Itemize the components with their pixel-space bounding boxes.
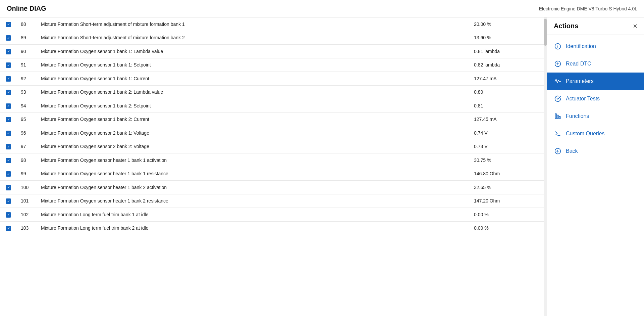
action-item-actuator-tests[interactable]: Actuator Tests: [547, 90, 644, 107]
row-id: 89: [17, 31, 37, 45]
row-checkbox-cell[interactable]: [0, 72, 17, 86]
checkbox-icon[interactable]: [6, 226, 11, 231]
row-checkbox-cell[interactable]: [0, 181, 17, 194]
row-checkbox-cell[interactable]: [0, 208, 17, 222]
actions-panel: Actions × Identification Read DTC Parame…: [547, 17, 644, 316]
checkbox-icon[interactable]: [6, 117, 11, 122]
checkbox-icon[interactable]: [6, 144, 11, 149]
info-icon: [554, 42, 562, 50]
svg-rect-4: [555, 114, 556, 119]
row-checkbox-cell[interactable]: [0, 153, 17, 167]
action-item-custom-queries[interactable]: Custom Queries: [547, 125, 644, 142]
row-checkbox-cell[interactable]: [0, 112, 17, 126]
checkbox-icon[interactable]: [6, 90, 11, 95]
row-label: Mixture Formation Oxygen sensor 1 bank 2…: [37, 99, 470, 113]
header-subtitle: Electronic Engine DME V8 Turbo S Hybrid …: [539, 6, 637, 11]
action-item-functions[interactable]: Functions: [547, 107, 644, 125]
row-value: 0.00 %: [470, 208, 544, 222]
scrollbar-track[interactable]: [544, 17, 547, 316]
row-id: 95: [17, 112, 37, 126]
row-id: 103: [17, 221, 37, 235]
row-value: 0.73 V: [470, 140, 544, 153]
row-value: 146.80 Ohm: [470, 167, 544, 181]
checkbox-icon[interactable]: [6, 103, 11, 109]
row-id: 92: [17, 72, 37, 86]
checkbox-icon[interactable]: [6, 198, 11, 204]
row-label: Mixture Formation Oxygen sensor 2 bank 2…: [37, 140, 470, 153]
checkbox-icon[interactable]: [6, 158, 11, 163]
row-label: Mixture Formation Oxygen sensor heater 1…: [37, 167, 470, 181]
checkbox-icon[interactable]: [6, 185, 11, 190]
row-checkbox-cell[interactable]: [0, 99, 17, 113]
row-value: 32.65 %: [470, 181, 544, 194]
action-label: Read DTC: [566, 61, 591, 67]
table-row: 102 Mixture Formation Long term fuel tri…: [0, 208, 544, 222]
row-checkbox-cell[interactable]: [0, 85, 17, 99]
row-label: Mixture Formation Long term fuel trim ba…: [37, 208, 470, 222]
row-value: 0.81: [470, 99, 544, 113]
checkbox-icon[interactable]: [6, 212, 11, 218]
checkbox-icon[interactable]: [6, 35, 11, 41]
row-id: 101: [17, 194, 37, 208]
row-value: 147.20 Ohm: [470, 194, 544, 208]
check-circle-icon: [554, 95, 562, 103]
action-item-parameters[interactable]: Parameters: [547, 73, 644, 90]
table-row: 99 Mixture Formation Oxygen sensor heate…: [0, 167, 544, 181]
row-label: Mixture Formation Oxygen sensor 1 bank 1…: [37, 72, 470, 86]
row-checkbox-cell[interactable]: [0, 167, 17, 181]
row-checkbox-cell[interactable]: [0, 58, 17, 72]
row-id: 97: [17, 140, 37, 153]
table-row: 101 Mixture Formation Oxygen sensor heat…: [0, 194, 544, 208]
action-label: Actuator Tests: [566, 96, 600, 102]
action-item-identification[interactable]: Identification: [547, 38, 644, 55]
row-checkbox-cell[interactable]: [0, 126, 17, 140]
action-label: Functions: [566, 113, 589, 119]
checkbox-icon[interactable]: [6, 22, 11, 27]
row-checkbox-cell[interactable]: [0, 45, 17, 58]
arrow-left-icon: [554, 147, 562, 155]
action-label: Identification: [566, 43, 596, 49]
svg-rect-6: [559, 117, 560, 119]
close-button[interactable]: ×: [633, 22, 637, 30]
main-layout: 88 Mixture Formation Short-term adjustme…: [0, 17, 644, 316]
row-label: Mixture Formation Oxygen sensor 1 bank 1…: [37, 58, 470, 72]
table-row: 95 Mixture Formation Oxygen sensor 1 ban…: [0, 112, 544, 126]
row-value: 0.74 V: [470, 126, 544, 140]
row-id: 99: [17, 167, 37, 181]
row-value: 20.00 %: [470, 17, 544, 31]
row-id: 96: [17, 126, 37, 140]
row-value: 30.75 %: [470, 153, 544, 167]
row-label: Mixture Formation Oxygen sensor heater 1…: [37, 153, 470, 167]
row-checkbox-cell[interactable]: [0, 140, 17, 153]
checkbox-icon[interactable]: [6, 171, 11, 177]
checkbox-icon[interactable]: [6, 131, 11, 136]
table-row: 89 Mixture Formation Short-term adjustme…: [0, 31, 544, 45]
dtc-icon: [554, 60, 562, 68]
content-area[interactable]: 88 Mixture Formation Short-term adjustme…: [0, 17, 544, 316]
checkbox-icon[interactable]: [6, 49, 11, 54]
table-row: 98 Mixture Formation Oxygen sensor heate…: [0, 153, 544, 167]
row-label: Mixture Formation Oxygen sensor heater 1…: [37, 181, 470, 194]
scrollbar-thumb[interactable]: [544, 19, 547, 46]
checkbox-icon[interactable]: [6, 62, 11, 68]
action-label: Custom Queries: [566, 131, 605, 137]
action-item-back[interactable]: Back: [547, 142, 644, 160]
table-row: 103 Mixture Formation Long term fuel tri…: [0, 221, 544, 235]
row-value: 127.47 mA: [470, 72, 544, 86]
table-row: 88 Mixture Formation Short-term adjustme…: [0, 17, 544, 31]
row-label: Mixture Formation Oxygen sensor 2 bank 1…: [37, 126, 470, 140]
table-row: 91 Mixture Formation Oxygen sensor 1 ban…: [0, 58, 544, 72]
parameters-table: 88 Mixture Formation Short-term adjustme…: [0, 17, 544, 235]
row-checkbox-cell[interactable]: [0, 221, 17, 235]
table-row: 90 Mixture Formation Oxygen sensor 1 ban…: [0, 45, 544, 58]
table-row: 100 Mixture Formation Oxygen sensor heat…: [0, 181, 544, 194]
row-checkbox-cell[interactable]: [0, 17, 17, 31]
table-row: 92 Mixture Formation Oxygen sensor 1 ban…: [0, 72, 544, 86]
row-checkbox-cell[interactable]: [0, 31, 17, 45]
row-value: 0.81 lambda: [470, 45, 544, 58]
row-checkbox-cell[interactable]: [0, 194, 17, 208]
checkbox-icon[interactable]: [6, 76, 11, 82]
bar-chart-icon: [554, 112, 562, 120]
action-item-read-dtc[interactable]: Read DTC: [547, 55, 644, 73]
table-row: 97 Mixture Formation Oxygen sensor 2 ban…: [0, 140, 544, 153]
